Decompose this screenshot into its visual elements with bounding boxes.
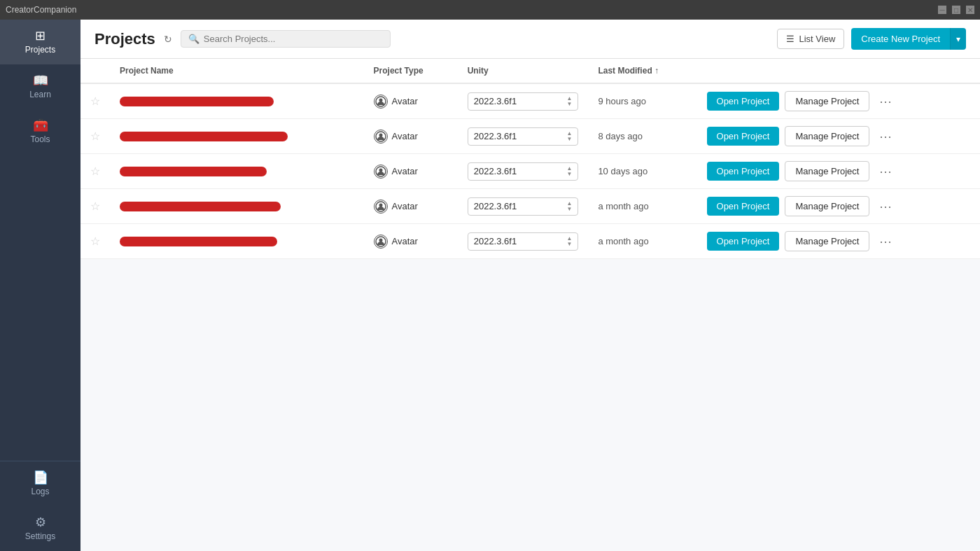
star-icon[interactable]: ☆: [90, 235, 100, 247]
more-options-button[interactable]: ⋯: [875, 162, 896, 181]
refresh-icon[interactable]: ↻: [164, 34, 172, 45]
tools-icon: 🧰: [33, 119, 48, 132]
open-project-button[interactable]: Open Project: [707, 92, 780, 111]
manage-project-button[interactable]: Manage Project: [785, 91, 869, 111]
create-new-project-button[interactable]: Create New Project: [851, 28, 950, 50]
unity-select-arrows: ▲▼: [566, 201, 572, 212]
unity-version-select[interactable]: 2022.3.6f1 ▲▼: [468, 162, 579, 181]
manage-project-button[interactable]: Manage Project: [785, 126, 869, 146]
last-modified-value: a month ago: [598, 236, 648, 246]
manage-project-button[interactable]: Manage Project: [785, 161, 869, 181]
unity-version-select[interactable]: 2022.3.6f1 ▲▼: [468, 197, 579, 216]
project-type-cell: Avatar: [364, 189, 458, 224]
sidebar-item-tools[interactable]: 🧰 Tools: [0, 109, 80, 154]
list-view-button[interactable]: ☰ List View: [777, 29, 844, 49]
action-buttons: Open Project Manage Project ⋯: [707, 231, 970, 251]
unity-version-select[interactable]: 2022.3.6f1 ▲▼: [468, 127, 579, 146]
star-cell: ☆: [80, 189, 110, 224]
avatar-icon: [374, 235, 388, 249]
create-new-project-dropdown[interactable]: ▾: [950, 28, 966, 50]
open-project-button[interactable]: Open Project: [707, 127, 780, 146]
star-icon[interactable]: ☆: [90, 95, 100, 107]
col-actions: [697, 59, 980, 83]
unity-version-select[interactable]: 2022.3.6f1 ▲▼: [468, 92, 579, 111]
project-name-redacted: [120, 97, 274, 106]
top-bar-actions: ☰ List View Create New Project ▾: [777, 28, 966, 50]
sidebar-item-logs[interactable]: 📄 Logs: [0, 461, 80, 506]
app-container: ⊞ Projects 📖 Learn 🧰 Tools 📄 Logs ⚙ Sett…: [0, 20, 980, 551]
search-icon: 🔍: [188, 34, 200, 44]
star-icon[interactable]: ☆: [90, 165, 100, 177]
star-cell: ☆: [80, 154, 110, 189]
project-type-label: Avatar: [392, 201, 418, 211]
window-controls[interactable]: ─ □ ✕: [938, 6, 974, 14]
star-cell: ☆: [80, 224, 110, 259]
page-title: Projects: [94, 30, 155, 48]
project-type-content: Avatar: [374, 165, 448, 179]
learn-icon: 📖: [33, 74, 48, 87]
svg-point-5: [379, 168, 382, 172]
avatar-icon: [374, 200, 388, 214]
unity-select-arrows: ▲▼: [566, 166, 572, 177]
project-name-content: [120, 132, 354, 141]
action-buttons: Open Project Manage Project ⋯: [707, 91, 970, 111]
last-modified-value: 8 days ago: [598, 131, 643, 141]
project-name-redacted: [120, 202, 281, 211]
col-unity: Unity: [458, 59, 589, 83]
projects-table: Project Name Project Type Unity Last Mod…: [80, 59, 980, 259]
sidebar-item-learn[interactable]: 📖 Learn: [0, 64, 80, 109]
project-name-content: [120, 167, 354, 176]
more-options-button[interactable]: ⋯: [875, 232, 896, 251]
project-name-redacted: [120, 237, 277, 246]
title-bar: CreatorCompanion ─ □ ✕: [0, 0, 980, 20]
actions-cell: Open Project Manage Project ⋯: [697, 189, 980, 224]
sidebar: ⊞ Projects 📖 Learn 🧰 Tools 📄 Logs ⚙ Sett…: [0, 20, 80, 551]
star-cell: ☆: [80, 119, 110, 154]
star-icon[interactable]: ☆: [90, 130, 100, 142]
actions-cell: Open Project Manage Project ⋯: [697, 224, 980, 259]
top-bar: Projects ↻ 🔍 ☰ List View Create New Proj…: [80, 20, 980, 59]
last-modified-cell: 9 hours ago: [588, 83, 696, 119]
search-input[interactable]: [204, 34, 383, 44]
project-name-cell: [110, 189, 364, 224]
col-last-modified[interactable]: Last Modified ↑: [588, 59, 696, 83]
project-type-cell: Avatar: [364, 83, 458, 119]
project-name-cell: [110, 119, 364, 154]
unity-version-select[interactable]: 2022.3.6f1 ▲▼: [468, 232, 579, 251]
project-type-label: Avatar: [392, 131, 418, 141]
open-project-button[interactable]: Open Project: [707, 232, 780, 251]
open-project-button[interactable]: Open Project: [707, 197, 780, 216]
open-project-button[interactable]: Open Project: [707, 162, 780, 181]
maximize-button[interactable]: □: [952, 6, 960, 14]
close-button[interactable]: ✕: [966, 6, 974, 14]
sidebar-item-settings[interactable]: ⚙ Settings: [0, 506, 80, 551]
project-name-cell: [110, 83, 364, 119]
last-modified-cell: 10 days ago: [588, 154, 696, 189]
actions-cell: Open Project Manage Project ⋯: [697, 83, 980, 119]
star-icon[interactable]: ☆: [90, 200, 100, 212]
svg-point-9: [379, 238, 382, 242]
actions-cell: Open Project Manage Project ⋯: [697, 119, 980, 154]
project-name-redacted: [120, 132, 288, 141]
manage-project-button[interactable]: Manage Project: [785, 231, 869, 251]
more-options-button[interactable]: ⋯: [875, 127, 896, 146]
project-type-content: Avatar: [374, 95, 448, 109]
list-view-label: List View: [799, 34, 835, 44]
project-name-cell: [110, 224, 364, 259]
project-type-content: Avatar: [374, 235, 448, 249]
project-name-cell: [110, 154, 364, 189]
more-options-button[interactable]: ⋯: [875, 92, 896, 111]
app-title: CreatorCompanion: [6, 5, 938, 15]
last-modified-cell: a month ago: [588, 224, 696, 259]
manage-project-button[interactable]: Manage Project: [785, 196, 869, 216]
unity-version-value: 2022.3.6f1: [474, 166, 517, 176]
sidebar-item-settings-label: Settings: [25, 531, 55, 541]
sidebar-item-projects[interactable]: ⊞ Projects: [0, 20, 80, 64]
projects-icon: ⊞: [35, 29, 46, 42]
create-new-project-wrapper: Create New Project ▾: [851, 28, 966, 50]
more-options-button[interactable]: ⋯: [875, 197, 896, 216]
avatar-icon: [374, 165, 388, 179]
minimize-button[interactable]: ─: [938, 6, 946, 14]
unity-version-cell: 2022.3.6f1 ▲▼: [458, 83, 589, 119]
project-type-label: Avatar: [392, 96, 418, 106]
